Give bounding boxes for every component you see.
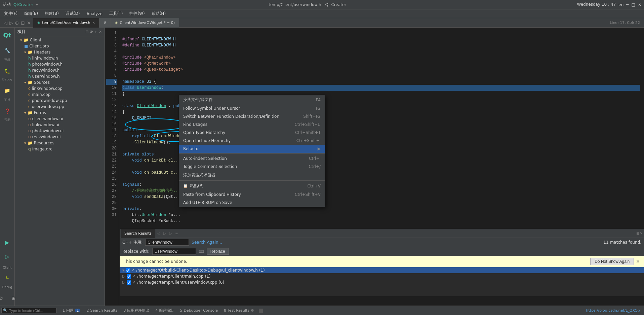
- tree-recvwindow-ui[interactable]: u recvwindow.ui: [15, 134, 105, 140]
- ctx-toggle-comment[interactable]: Toggle Comment Selection Ctrl+/: [179, 163, 325, 171]
- tab-symbol[interactable]: ◈ ClientWindow(QWidget * = 0): [111, 18, 179, 28]
- nav-forward[interactable]: ▷: [8, 20, 14, 26]
- bottom-tab-next[interactable]: ▷: [162, 232, 167, 235]
- tree-recvwindow-h[interactable]: h recvwindow.h: [15, 67, 105, 73]
- menu-debug[interactable]: 调试(D): [63, 10, 83, 17]
- menu-help[interactable]: 帮助(H): [149, 10, 168, 17]
- ctx-add-expression[interactable]: 添加表达式求值器: [179, 171, 325, 180]
- menu-file[interactable]: 文件(F): [1, 10, 20, 17]
- file-checkbox-2[interactable]: [127, 274, 131, 279]
- ctx-open-include-hierarchy[interactable]: Open Include Hierarchy Ctrl+Shift+I: [179, 137, 325, 145]
- bottom-panel-close[interactable]: ✕: [640, 232, 643, 235]
- window-close-button[interactable]: ×: [638, 2, 641, 7]
- client-debug-icon[interactable]: 🐛: [1, 271, 13, 283]
- tab-userwindow-h[interactable]: ◈ temp/Client/userwindow.h ✕: [33, 18, 99, 28]
- tree-resources-folder[interactable]: ▾ 📁 Resources: [15, 140, 105, 146]
- replace-term-input[interactable]: [152, 248, 196, 255]
- bottom-tab-prev[interactable]: ◁: [156, 232, 161, 235]
- ctx-switch-decl-def[interactable]: Switch Between Function Declaration/Defi…: [179, 112, 325, 120]
- tree-userwindow-h[interactable]: h userwindow.h: [15, 73, 105, 79]
- tree-linkwindow-ui[interactable]: u linkwindow.ui: [15, 122, 105, 128]
- menu-analyze[interactable]: Analyze: [84, 11, 105, 17]
- status-scroll-indicator[interactable]: [259, 309, 263, 313]
- tree-headers-folder[interactable]: ▾ 📁 Headers: [15, 49, 105, 55]
- file-checkbox-1[interactable]: [126, 268, 130, 273]
- project-sync-icon[interactable]: ⟳: [90, 30, 93, 34]
- tree-userwindow-cpp[interactable]: c userwindow.cpp: [15, 104, 105, 110]
- search-again-btn[interactable]: Search Again...: [192, 240, 222, 245]
- tree-image-qrc[interactable]: q image.qrc: [15, 146, 105, 152]
- status-tab-test-settings[interactable]: ⚙: [251, 308, 254, 313]
- help-icon-btn[interactable]: ❓: [1, 105, 13, 117]
- ctx-open-type-hierarchy[interactable]: Open Type Hierarchy Ctrl+Shift+T: [179, 129, 325, 137]
- nav-close[interactable]: ✕: [26, 20, 32, 26]
- tree-client-root[interactable]: ▾ 📁 Client: [15, 37, 105, 43]
- project-add-icon[interactable]: +: [94, 30, 97, 34]
- settings-icon[interactable]: ⚙: [0, 292, 7, 304]
- bottom-panel-float[interactable]: ⊟: [636, 232, 639, 235]
- file-result-row-3[interactable]: ▷ ✓ /home/gec/temp/Client/userwindow.cpp…: [120, 279, 644, 285]
- activity-label[interactable]: 活动: [3, 2, 11, 7]
- tree-client-pro[interactable]: ■ Client.pro: [15, 43, 105, 49]
- ctx-paste-clipboard-history[interactable]: Paste from Clipboard History Ctrl+Shift+…: [179, 190, 325, 199]
- ctx-switch-header[interactable]: 换头文件/源文件 F4: [179, 95, 325, 104]
- ctx-paste[interactable]: 📋 粘贴(P) Ctrl+V: [179, 181, 325, 190]
- menu-build[interactable]: 构建(B): [42, 10, 62, 17]
- tree-clientwindow-ui[interactable]: u clientwindow.ui: [15, 116, 105, 122]
- bottom-tab-play[interactable]: ▷: [168, 232, 173, 235]
- run-button[interactable]: ▶: [1, 236, 13, 248]
- ctx-add-utf8-bom[interactable]: Add UTF-8 BOM on Save: [179, 199, 325, 207]
- ctx-find-usages[interactable]: Find Usages Ctrl+Shift+U: [179, 120, 325, 129]
- window-maximize-button[interactable]: □: [632, 2, 635, 7]
- project-icon-btn[interactable]: 📁: [1, 84, 13, 97]
- status-tab-test-results[interactable]: 8 Test Results ⚙: [221, 308, 257, 313]
- tree-linkwindow-h[interactable]: h linkwindow.h: [15, 55, 105, 61]
- menu-tools[interactable]: 工具(T): [107, 10, 126, 17]
- tree-photowindow-h[interactable]: h photowindow.h: [15, 61, 105, 67]
- file-result-row-2[interactable]: ▷ ✓ /home/gec/temp/Client/main.cpp (1): [120, 273, 644, 279]
- tab-close-button[interactable]: ✕: [92, 21, 95, 25]
- file-result-row-1[interactable]: ▾ ✓ /home/gec/Qt/build-Client-Desktop-De…: [120, 267, 644, 273]
- ctx-follow-symbol[interactable]: Follow Symbol Under Cursor F2: [179, 104, 325, 112]
- bottom-tab-menu[interactable]: ≡: [174, 232, 179, 235]
- menu-edit[interactable]: 编辑(E): [22, 10, 41, 17]
- tab-hash[interactable]: #: [99, 18, 111, 28]
- replace-button[interactable]: Replace: [207, 248, 229, 255]
- tree-photowindow-ui[interactable]: u photowindow.ui: [15, 128, 105, 134]
- bottom-tab-search-results[interactable]: Search Results: [121, 229, 155, 238]
- debug-run-button[interactable]: ▷: [1, 250, 13, 262]
- app-name[interactable]: QtCreator: [13, 2, 33, 7]
- status-bar-right-link[interactable]: https://blog.csdn.net/L_QXOp: [586, 308, 643, 313]
- tree-photowindow-cpp[interactable]: c photowindow.cpp: [15, 98, 105, 104]
- do-not-show-button[interactable]: Do Not Show Again: [590, 258, 634, 265]
- status-tab-app-output[interactable]: 3 应用程序输出: [121, 307, 152, 314]
- status-tab-debugger[interactable]: 5 Debugger Console: [177, 308, 220, 313]
- build-icon-btn[interactable]: 🔧: [1, 44, 13, 57]
- tree-forms-folder[interactable]: ▾ 📁 Forms: [15, 110, 105, 116]
- client-label: Client: [3, 266, 11, 269]
- qt-logo[interactable]: Qt: [1, 29, 13, 41]
- ctx-refactor[interactable]: Refactor ▶: [179, 145, 325, 153]
- app-dropdown-icon[interactable]: ▾: [36, 2, 38, 7]
- warning-close-button[interactable]: ✕: [636, 259, 640, 264]
- project-close-icon[interactable]: ✕: [99, 30, 102, 34]
- status-tab-search-results[interactable]: 2 Search Results: [84, 308, 120, 313]
- menu-controls[interactable]: 控件(W): [127, 10, 147, 17]
- file-checkbox-3[interactable]: [127, 280, 131, 285]
- nav-add[interactable]: ⊕: [14, 20, 20, 26]
- tree-linkwindow-cpp[interactable]: c linkwindow.cpp: [15, 85, 105, 92]
- search-term-input[interactable]: [145, 239, 189, 246]
- tree-sources-folder[interactable]: ▾ 📁 Sources: [15, 79, 105, 85]
- status-tab-problems[interactable]: 1 问题 1: [60, 307, 83, 314]
- status-tab-compile-output[interactable]: 4 编译输出: [153, 307, 176, 314]
- project-filter-icon[interactable]: ⊞: [85, 30, 88, 34]
- debug-icon-btn[interactable]: 🐛: [1, 65, 13, 77]
- ctx-auto-indent[interactable]: Auto-indent Selection Ctrl+I: [179, 154, 325, 163]
- tree-userwindow-h-label: userwindow.h: [32, 74, 60, 79]
- locate-input[interactable]: [9, 309, 56, 313]
- nav-back[interactable]: ◁: [3, 20, 8, 26]
- apps-icon[interactable]: ⊞: [8, 292, 20, 304]
- nav-split[interactable]: ⊟: [20, 20, 26, 26]
- window-minimize-button[interactable]: ─: [626, 2, 629, 7]
- tree-main-cpp[interactable]: c main.cpp: [15, 92, 105, 98]
